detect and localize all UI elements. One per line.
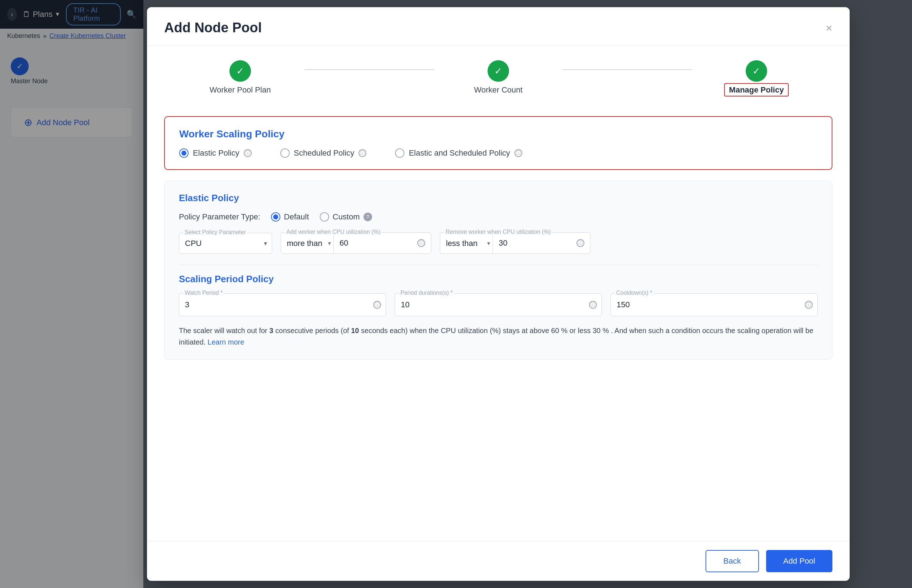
elastic-scheduled-policy-radio[interactable] [395, 149, 404, 158]
period-fields-row: Watch Period * ⓘ Period durations(s) * ⓘ… [179, 293, 818, 316]
remove-worker-cpu-label: Remove worker when CPU utilization (%) [444, 229, 552, 235]
custom-param-label: Custom [333, 212, 360, 221]
step-3-label-box: Manage Policy [724, 83, 789, 97]
policy-param-type-row: Policy Parameter Type: Default Custom ? [179, 212, 818, 221]
param-type-label: Policy Parameter Type: [179, 212, 260, 221]
period-duration-input[interactable] [395, 293, 602, 316]
divider [179, 265, 818, 265]
watch-period-info-icon[interactable]: ⓘ [373, 301, 381, 309]
scaling-description: The scaler will watch out for 3 consecut… [179, 325, 818, 348]
step-1-circle: ✓ [229, 60, 251, 82]
remove-worker-condition-select[interactable]: less than more than [440, 233, 493, 254]
add-worker-cpu-group: Add worker when CPU utilization (%) more… [281, 232, 431, 254]
scheduled-policy-option[interactable]: Scheduled Policy ⓘ [280, 149, 367, 158]
remove-worker-info-icon[interactable]: ⓘ [571, 239, 590, 247]
period-duration-group: Period durations(s) * ⓘ [395, 293, 602, 316]
default-param-radio[interactable] [271, 212, 280, 221]
period-duration-label: Period durations(s) * [399, 290, 454, 296]
desc-mid: consecutive periods (of [275, 326, 351, 334]
scheduled-policy-radio[interactable] [280, 149, 290, 158]
remove-worker-threshold-value: 30 [493, 233, 571, 254]
step-2-circle: ✓ [487, 60, 509, 82]
policy-param-select-row: Select Policy Parameter CPU Memory ▾ Add… [179, 232, 818, 254]
policy-options-row: Elastic Policy ⓘ Scheduled Policy ⓘ Elas… [179, 149, 817, 158]
desc-seconds: 10 [351, 326, 359, 334]
custom-param-type-option[interactable]: Custom ? [320, 212, 372, 221]
custom-param-radio[interactable] [320, 212, 329, 221]
add-worker-cpu-compound: more than less than ▾ 60 ⓘ [281, 232, 431, 254]
worker-scaling-policy-title: Worker Scaling Policy [179, 128, 817, 140]
select-policy-param-group: Select Policy Parameter CPU Memory ▾ [179, 233, 272, 254]
custom-param-help-icon[interactable]: ? [363, 213, 372, 221]
remove-worker-cpu-group: Remove worker when CPU utilization (%) l… [440, 232, 591, 254]
remove-worker-cpu-compound: less than more than ▾ 30 ⓘ [440, 232, 591, 254]
select-policy-param-label: Select Policy Parameter [183, 229, 247, 236]
scheduled-policy-label: Scheduled Policy [294, 149, 355, 158]
add-worker-condition-wrapper: more than less than ▾ [281, 233, 334, 254]
cooldown-info-icon[interactable]: ⓘ [805, 301, 813, 309]
step-3-label: Manage Policy [724, 85, 789, 95]
add-worker-condition-select[interactable]: more than less than [281, 233, 334, 254]
stepper: ✓ Worker Pool Plan ✓ Worker Count ✓ Mana… [147, 46, 850, 105]
add-node-pool-modal: Add Node Pool × ✓ Worker Pool Plan ✓ Wor… [147, 7, 850, 581]
add-worker-threshold-value: 60 [334, 233, 412, 254]
modal-body: Worker Scaling Policy Elastic Policy ⓘ S… [147, 105, 850, 541]
elastic-policy-option[interactable]: Elastic Policy ⓘ [179, 149, 252, 158]
default-param-label: Default [284, 212, 309, 221]
watch-period-label: Watch Period * [183, 290, 224, 296]
step-worker-count: ✓ Worker Count [434, 60, 563, 95]
cooldown-label: Cooldown(s) * [615, 290, 654, 296]
watch-period-group: Watch Period * ⓘ [179, 293, 386, 316]
step-1-label: Worker Pool Plan [210, 85, 271, 95]
learn-more-link[interactable]: Learn more [208, 338, 244, 346]
desc-prefix: The scaler will watch out for [179, 326, 269, 334]
back-button[interactable]: Back [705, 550, 759, 572]
step-worker-pool-plan: ✓ Worker Pool Plan [176, 60, 305, 95]
add-pool-button[interactable]: Add Pool [766, 550, 833, 572]
watch-period-input[interactable] [179, 293, 386, 316]
add-worker-info-icon[interactable]: ⓘ [412, 239, 431, 247]
desc-suffix: seconds each) when the CPU utilization (… [179, 326, 814, 346]
elastic-scheduled-policy-option[interactable]: Elastic and Scheduled Policy ⓘ [395, 149, 522, 158]
add-worker-cpu-label: Add worker when CPU utilization (%) [285, 229, 382, 235]
step-line-2 [563, 69, 692, 70]
modal-footer: Back Add Pool [147, 541, 850, 581]
scheduled-policy-info-icon[interactable]: ⓘ [358, 149, 366, 157]
desc-periods: 3 [269, 326, 273, 334]
elastic-policy-info-icon[interactable]: ⓘ [244, 149, 252, 157]
elastic-scheduled-policy-label: Elastic and Scheduled Policy [409, 149, 510, 158]
period-duration-info-icon[interactable]: ⓘ [589, 301, 597, 309]
step-2-label: Worker Count [474, 85, 522, 95]
step-line-1 [305, 69, 434, 70]
cooldown-group: Cooldown(s) * ⓘ [610, 293, 818, 316]
worker-scaling-policy-section: Worker Scaling Policy Elastic Policy ⓘ S… [164, 116, 833, 170]
modal-close-button[interactable]: × [826, 22, 833, 34]
elastic-policy-section: Elastic Policy Policy Parameter Type: De… [164, 181, 833, 360]
default-param-type-option[interactable]: Default [271, 212, 309, 221]
step-3-circle: ✓ [746, 60, 767, 82]
remove-worker-condition-wrapper: less than more than ▾ [440, 233, 493, 254]
elastic-policy-label: Elastic Policy [193, 149, 239, 158]
select-policy-param-input[interactable]: CPU Memory [179, 233, 272, 254]
elastic-policy-radio[interactable] [179, 149, 189, 158]
step-manage-policy: ✓ Manage Policy [692, 60, 821, 95]
scaling-period-title: Scaling Period Policy [179, 273, 818, 285]
elastic-policy-section-title: Elastic Policy [179, 192, 818, 204]
modal-title: Add Node Pool [164, 20, 262, 36]
elastic-scheduled-policy-info-icon[interactable]: ⓘ [515, 149, 522, 157]
cooldown-input[interactable] [610, 293, 818, 316]
